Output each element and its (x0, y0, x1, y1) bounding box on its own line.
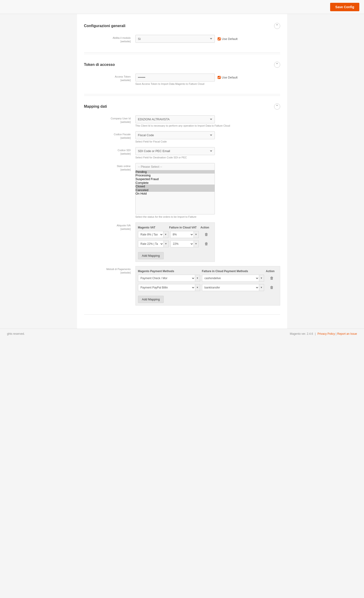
section-title-mapping: Mapping dati (84, 104, 107, 109)
footer-links: Privacy Policy | Report an Issue (317, 332, 357, 335)
col-magento-payment: Magento Payment Methods (138, 270, 200, 273)
collapse-icon-token: ⌃ (274, 62, 280, 68)
metodi-pagamento-container: Magento Payment Methods Fatture in Cloud… (135, 266, 280, 306)
payment-row2-delete-button[interactable]: 🗑 (266, 285, 278, 290)
vat-row1-magento-wrap: Rate 8% | Tax ▼ (138, 231, 168, 238)
payment-row1-cloud-select[interactable]: cashondelive (202, 275, 259, 282)
access-token-input-row: Use Default (135, 74, 280, 82)
collapse-icon-mapping: ⌃ (274, 103, 280, 109)
report-issue-link[interactable]: Report an Issue (337, 332, 357, 335)
section-body-configurazioni: Abilita il modulo [website] Sì Use Defau… (84, 33, 280, 52)
section-header-configurazioni[interactable]: Configurazioni generali ⌃ (84, 19, 280, 33)
payment-row1-magento-select[interactable]: Payment Check / Mor (138, 275, 195, 282)
label-codice-fiscale: Codice Fiscale [website] (84, 131, 135, 140)
section-title-configurazioni: Configurazioni generali (84, 24, 126, 28)
codice-sdi-select[interactable]: SDI Code or PEC Email (135, 147, 215, 155)
form-row-metodi-pagamento: Metodi di Pagamento [website] Magento Pa… (84, 266, 280, 306)
form-row-aliquote-iva: Aliquote IVA [website] Magento VAT Fattu… (84, 222, 280, 262)
section-header-token[interactable]: Token di accesso ⌃ (84, 58, 280, 71)
label-stato-ordine: Stato ordine [website] (84, 163, 135, 172)
vat-row1-delete-button[interactable]: 🗑 (201, 233, 212, 237)
label-aliquote-iva: Aliquote IVA [website] (84, 222, 135, 231)
col-cloud-payment: Fatture in Cloud Payment Methods (202, 270, 264, 273)
section-title-token: Token di accesso (84, 63, 115, 67)
use-default-abilita: Use Default (218, 37, 238, 41)
vat-row2-cloud-select[interactable]: 22% (170, 240, 194, 247)
field-stato-ordine: -- Please Select -- Pending Processing S… (135, 163, 280, 218)
use-default-token-checkbox[interactable] (218, 76, 221, 79)
payment-row1-cloud-wrap: cashondelive ▼ (202, 275, 264, 282)
save-config-button[interactable]: Save Config (330, 3, 359, 11)
vat-row1-cloud-wrap: 8% ▼ (170, 231, 199, 238)
codice-fiscale-select[interactable]: Fiscal Code (135, 131, 215, 139)
payment-row2-cloud-wrap: banktransfer ▼ (202, 284, 264, 291)
stato-ordine-multiselect[interactable]: -- Please Select -- Pending Processing S… (135, 163, 215, 215)
col-action-payment: Action (266, 270, 278, 273)
collapse-icon-configurazioni: ⌃ (274, 23, 280, 29)
vat-row1-cloud-select[interactable]: 8% (170, 231, 194, 238)
label-abilita-modulo: Abilita il modulo [website] (84, 35, 135, 43)
field-access-token: Use Default Save Access Token to Import … (135, 74, 280, 85)
payment-row2-magento-select[interactable]: Payment PayPal Billin (138, 284, 195, 291)
form-row-stato-ordine: Stato ordine [website] -- Please Select … (84, 163, 280, 218)
abilita-modulo-input-row: Sì Use Default (135, 35, 280, 43)
field-codice-sdi: SDI Code or PEC Email Select Field for D… (135, 147, 280, 159)
vat-row2-delete-button[interactable]: 🗑 (201, 242, 212, 246)
form-row-abilita-modulo: Abilita il modulo [website] Sì Use Defau… (84, 35, 280, 43)
access-token-input[interactable] (135, 74, 215, 82)
vat-row1-magento-arrow[interactable]: ▼ (163, 231, 168, 238)
company-user-id-help: This Client Id is necessary to perform a… (135, 124, 280, 127)
payment-row2-cloud-select[interactable]: banktransfer (202, 284, 259, 291)
footer: ghts reserved. Magento ver. 2.4.6 | Priv… (0, 329, 364, 339)
form-row-codice-sdi: Codice SDI [website] SDI Code or PEC Ema… (84, 147, 280, 159)
label-metodi-pagamento: Metodi di Pagamento [website] (84, 266, 135, 275)
stato-ordine-help: Select the status for the orders to be I… (135, 215, 280, 218)
codice-sdi-help: Select Field for Destination Code SDI or… (135, 156, 280, 159)
footer-copyright: ghts reserved. (7, 332, 25, 335)
vat-row1-cloud-arrow[interactable]: ▼ (194, 231, 199, 238)
label-company-user-id: Company User Id [website] (84, 115, 135, 124)
section-body-mapping: Company User Id [website] EDIZIONI ALTRA… (84, 113, 280, 315)
field-codice-fiscale: Fiscal Code Select Field for Fiscal Code (135, 131, 280, 143)
vat-row-1: Rate 8% | Tax ▼ 8% ▼ 🗑 (138, 231, 212, 238)
payment-row2-magento-wrap: Payment PayPal Billin ▼ (138, 284, 200, 291)
company-user-id-select[interactable]: EDIZIONI ALTRAVISTA (135, 115, 215, 123)
form-row-access-token: Access Token [website] Use Default Save … (84, 74, 280, 85)
top-bar: Save Config (0, 0, 364, 14)
main-content: Configurazioni generali ⌃ Abilita il mod… (77, 14, 287, 329)
payment-row1-delete-button[interactable]: 🗑 (266, 276, 278, 280)
use-default-abilita-checkbox[interactable] (218, 37, 221, 41)
abilita-modulo-select[interactable]: Sì (135, 35, 215, 43)
payment-row2-magento-arrow[interactable]: ▼ (195, 284, 200, 291)
payment-row1-magento-wrap: Payment Check / Mor ▼ (138, 275, 200, 282)
field-abilita-modulo: Sì Use Default (135, 35, 280, 43)
payment-row1-magento-arrow[interactable]: ▼ (195, 275, 200, 282)
section-mapping-dati: Mapping dati ⌃ Company User Id [website]… (84, 99, 280, 315)
vat-row2-cloud-arrow[interactable]: ▼ (194, 240, 199, 247)
payment-row1-cloud-arrow[interactable]: ▼ (259, 275, 264, 282)
vat-add-mapping-button[interactable]: Add Mapping (138, 252, 164, 259)
codice-fiscale-help: Select Field for Fiscal Code (135, 140, 280, 143)
privacy-policy-link[interactable]: Privacy Policy (317, 332, 335, 335)
section-token-accesso: Token di accesso ⌃ Access Token [website… (84, 58, 280, 94)
payment-row2-cloud-arrow[interactable]: ▼ (259, 284, 264, 291)
use-default-token: Use Default (218, 76, 238, 79)
label-access-token: Access Token [website] (84, 74, 135, 82)
label-codice-sdi: Codice SDI [website] (84, 147, 135, 156)
aliquote-iva-container: Magento VAT Fatture in Cloud VAT Action … (135, 222, 215, 262)
payment-add-mapping-button[interactable]: Add Mapping (138, 296, 164, 303)
vat-row2-magento-arrow[interactable]: ▼ (163, 240, 169, 247)
vat-row-2: Rate 22% | Ta ▼ 22% ▼ 🗑 (138, 240, 212, 247)
payment-row-2: Payment PayPal Billin ▼ banktransfer ▼ � (138, 284, 278, 291)
section-header-mapping[interactable]: Mapping dati ⌃ (84, 99, 280, 113)
section-configurazioni-generali: Configurazioni generali ⌃ Abilita il mod… (84, 19, 280, 53)
vat-row1-magento-select[interactable]: Rate 8% | Tax (138, 231, 163, 238)
vat-row2-magento-select[interactable]: Rate 22% | Ta (138, 240, 163, 247)
vat-row2-magento-wrap: Rate 22% | Ta ▼ (138, 240, 169, 247)
field-metodi-pagamento: Magento Payment Methods Fatture in Cloud… (135, 266, 280, 306)
vat-row2-cloud-wrap: 22% ▼ (170, 240, 199, 247)
footer-version: Magento ver. 2.4.6 (290, 332, 313, 335)
col-magento-vat: Magento VAT (138, 226, 167, 229)
footer-right: Magento ver. 2.4.6 | Privacy Policy | Re… (290, 332, 357, 335)
field-aliquote-iva: Magento VAT Fatture in Cloud VAT Action … (135, 222, 280, 262)
